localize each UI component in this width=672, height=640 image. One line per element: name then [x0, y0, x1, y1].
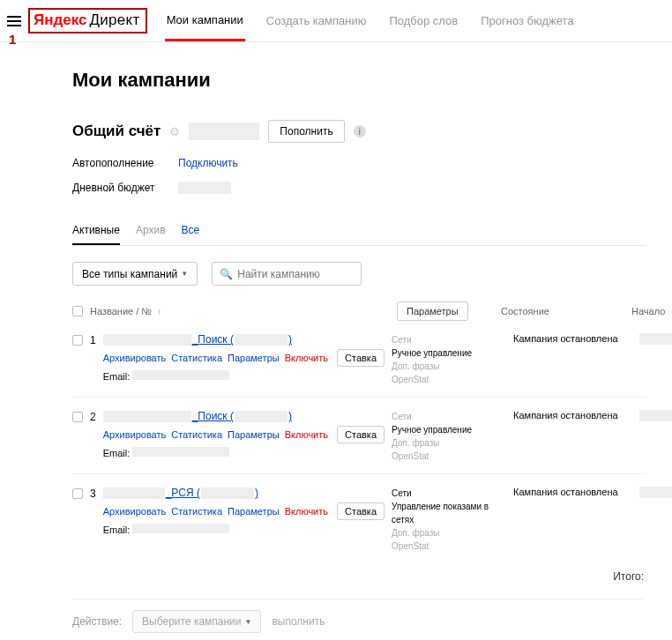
- row-state: Кампания остановлена: [513, 333, 632, 386]
- enable-link[interactable]: Включить: [285, 429, 328, 440]
- logo-brand: Яндекс: [34, 11, 86, 29]
- email-redacted: [132, 370, 229, 380]
- logo[interactable]: Яндекс Директ: [28, 8, 147, 33]
- start-date-redacted: [639, 487, 672, 498]
- bulk-label: Действие:: [72, 615, 122, 628]
- campaign-suffix-close: ): [288, 410, 292, 422]
- nav-create[interactable]: Создать кампанию: [265, 0, 369, 41]
- info-icon[interactable]: i: [354, 125, 366, 138]
- nav-budget[interactable]: Прогноз бюджета: [479, 0, 575, 41]
- enable-link[interactable]: Включить: [285, 353, 328, 363]
- chevron-down-icon: ▼: [181, 270, 188, 278]
- params-link[interactable]: Параметры: [228, 429, 280, 440]
- campaign-name-redacted: [103, 334, 191, 346]
- start-date-redacted: [639, 410, 672, 421]
- campaign-tabs: Активные Архив Все: [72, 224, 646, 246]
- campaign-id-redacted: [201, 487, 254, 499]
- account-row: Общий счёт ⚙ Пополнить i: [72, 120, 646, 143]
- account-label: Общий счёт: [72, 123, 161, 140]
- archive-link[interactable]: Архивировать: [103, 429, 167, 440]
- table-header: Название / № ↑ Параметры Состояние Начал…: [72, 301, 646, 321]
- row-params: СетиУправление показами в сетяхДоп. фраз…: [392, 487, 506, 553]
- row-state: Кампания остановлена: [513, 410, 632, 463]
- campaign-name-redacted: [103, 487, 165, 499]
- campaign-id-redacted: [235, 411, 287, 422]
- tab-all[interactable]: Все: [182, 224, 200, 245]
- search-input[interactable]: [237, 268, 354, 280]
- row-params: СетиРучное управлениеДоп. фразыOpenStat: [392, 333, 506, 386]
- bulk-select-dropdown[interactable]: Выберите кампании ▼: [132, 610, 261, 633]
- tab-archive[interactable]: Архив: [136, 224, 166, 245]
- th-name[interactable]: Название / № ↑: [90, 306, 390, 316]
- table-row: 1_Поиск ()АрхивироватьСтатистикаПараметр…: [72, 333, 646, 398]
- logo-product: Директ: [89, 11, 139, 29]
- row-params: СетиРучное управлениеДоп. фразыOpenStat: [392, 410, 506, 463]
- refill-button[interactable]: Пополнить: [268, 120, 344, 143]
- auto-refill-row: Автопополнение Подключить: [72, 157, 646, 169]
- nav-my-campaigns[interactable]: Мои кампании: [165, 0, 245, 41]
- row-state: Кампания остановлена: [513, 487, 632, 553]
- row-number: 3: [90, 487, 96, 553]
- th-start: Начало: [631, 306, 665, 316]
- campaign-type-dropdown[interactable]: Все типы кампаний ▼: [72, 262, 198, 286]
- sort-icon: ↑: [157, 307, 161, 316]
- row-checkbox[interactable]: [72, 335, 83, 346]
- row-checkbox[interactable]: [72, 412, 83, 422]
- campaign-suffix-link[interactable]: _Поиск (: [192, 410, 234, 422]
- campaign-id-redacted: [235, 334, 287, 346]
- table-row: 3_РСЯ ()АрхивироватьСтатистикаПараметрыВ…: [72, 487, 646, 563]
- email-redacted: [132, 447, 229, 457]
- email-label: Email:: [103, 525, 131, 535]
- archive-link[interactable]: Архивировать: [103, 353, 167, 363]
- total-row: Итого:: [72, 563, 646, 599]
- email-label: Email:: [103, 448, 131, 458]
- select-all-checkbox[interactable]: [72, 306, 83, 316]
- rate-button[interactable]: Ставка: [337, 349, 385, 367]
- campaign-suffix-close: ): [288, 333, 292, 346]
- start-date-redacted: [639, 333, 672, 345]
- rate-button[interactable]: Ставка: [337, 502, 385, 520]
- auto-refill-link[interactable]: Подключить: [178, 157, 238, 169]
- search-wrap: 🔍: [212, 262, 362, 286]
- search-icon: 🔍: [220, 268, 233, 280]
- row-start: [639, 410, 672, 463]
- main-nav: Мои кампании Создать кампанию Подбор сло…: [165, 0, 576, 41]
- daily-budget-label: Дневной бюджет: [72, 182, 178, 194]
- row-number: 1: [90, 333, 96, 386]
- page-title: Мои кампании: [72, 69, 646, 92]
- bulk-exec-button[interactable]: выполнить: [272, 615, 325, 628]
- gear-icon[interactable]: ⚙: [169, 125, 180, 138]
- campaign-suffix-close: ): [255, 487, 258, 499]
- enable-link[interactable]: Включить: [285, 506, 328, 517]
- th-name-label: Название / №: [90, 306, 152, 316]
- tab-active[interactable]: Активные: [72, 224, 120, 245]
- stats-link[interactable]: Статистика: [171, 353, 222, 363]
- campaign-type-label: Все типы кампаний: [82, 268, 177, 280]
- row-number: 2: [90, 410, 96, 463]
- stats-link[interactable]: Статистика: [171, 506, 222, 517]
- th-state: Состояние: [501, 306, 624, 316]
- stats-link[interactable]: Статистика: [171, 429, 222, 440]
- annotation-marker-1: 1: [9, 32, 16, 47]
- nav-words[interactable]: Подбор слов: [387, 0, 459, 41]
- bulk-select-label: Выберите кампании: [142, 615, 241, 628]
- chevron-down-icon: ▼: [245, 618, 252, 626]
- params-link[interactable]: Параметры: [228, 353, 280, 363]
- main-content: Мои кампании Общий счёт ⚙ Пополнить i Ав…: [0, 42, 672, 640]
- daily-budget-redacted: [178, 182, 231, 194]
- daily-budget-row: Дневной бюджет: [72, 182, 646, 194]
- email-label: Email:: [103, 371, 131, 382]
- auto-refill-label: Автопополнение: [72, 157, 178, 169]
- burger-icon[interactable]: [7, 16, 21, 26]
- th-params-button[interactable]: Параметры: [397, 301, 468, 321]
- params-link[interactable]: Параметры: [228, 506, 280, 517]
- bulk-action-row: Действие: Выберите кампании ▼ выполнить: [72, 599, 646, 633]
- filter-row: Все типы кампаний ▼ 🔍: [72, 262, 646, 286]
- campaign-name-redacted: [103, 411, 191, 422]
- row-checkbox[interactable]: [72, 488, 83, 499]
- email-redacted: [132, 524, 229, 533]
- campaign-suffix-link[interactable]: _РСЯ (: [166, 487, 200, 499]
- rate-button[interactable]: Ставка: [337, 426, 385, 443]
- campaign-suffix-link[interactable]: _Поиск (: [192, 333, 234, 346]
- archive-link[interactable]: Архивировать: [103, 506, 167, 517]
